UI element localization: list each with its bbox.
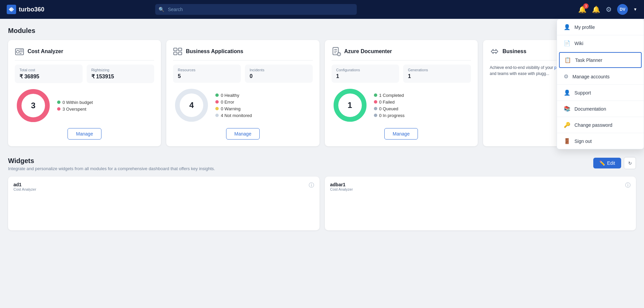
chevron-down-icon[interactable]: ▼: [633, 7, 637, 12]
svg-point-19: [339, 54, 339, 55]
widget-adbar1-subtitle: Cost Analyzer: [330, 187, 353, 191]
header-actions: 🔔 3 🔔 ⚙ DV ▼: [578, 4, 637, 15]
widget-ad1-info-icon[interactable]: ⓘ: [309, 182, 314, 189]
completed-dot: [374, 93, 377, 97]
widget-adbar1-card: adbar1 Cost Analyzer ⓘ: [325, 177, 636, 230]
refresh-icon: ↻: [628, 161, 632, 166]
widget-adbar1-header: adbar1 Cost Analyzer ⓘ: [330, 182, 631, 191]
business-applications-legend: 0 Healthy 0 Error 0 Warning 4 Not monito…: [215, 93, 252, 118]
within-budget-dot: [57, 101, 60, 104]
total-cost-stat: Total cost ₹ 36895: [15, 65, 83, 83]
legend-completed: 1 Completed: [374, 93, 405, 98]
generations-stat: Generations 1: [403, 65, 471, 83]
azure-documenter-chart-row: 1 1 Completed 0 Failed 0 Queued: [332, 87, 471, 124]
settings-button[interactable]: ⚙: [606, 5, 612, 13]
not-monitored-label: 4 Not monitored: [221, 113, 252, 118]
profile-icon: 👤: [564, 24, 570, 30]
business-applications-card: Business Applications Resources 5 Incide…: [166, 40, 319, 146]
logo[interactable]: turbo360: [7, 5, 44, 14]
dropdown-item-task-planner[interactable]: 📋 Task Planner: [559, 52, 642, 68]
main-content: Modules Cost Analyzer Total cost ₹ 36895: [0, 19, 644, 238]
resources-stat: Resources 5: [173, 65, 241, 83]
user-dropdown-menu: 👤 My profile 📄 Wiki 📋 Task Planner ⚙ Man…: [557, 19, 644, 149]
alerts-button[interactable]: 🔔: [592, 5, 600, 13]
azure-documenter-legend: 1 Completed 0 Failed 0 Queued 0 In progr…: [374, 93, 405, 118]
legend-in-progress: 0 In progress: [374, 113, 405, 118]
overspent-dot: [57, 107, 60, 111]
total-cost-value: ₹ 36895: [19, 73, 78, 80]
business-applications-manage-button[interactable]: Manage: [226, 128, 260, 140]
widget-adbar1-title: adbar1: [330, 182, 353, 187]
wiki-icon: 📄: [564, 40, 570, 46]
business-applications-header: Business Applications: [173, 47, 312, 61]
widgets-left: Widgets Integrate and personalize widget…: [8, 157, 215, 171]
healthy-dot: [215, 93, 219, 97]
azure-documenter-stats: Configurations 1 Generations 1: [332, 65, 471, 83]
widgets-edit-button[interactable]: ✏️ Edit: [593, 158, 621, 168]
rightsizing-stat: Rightsizing ₹ 153915: [87, 65, 155, 83]
alert-icon: 🔔: [592, 5, 600, 13]
dropdown-item-support[interactable]: 👤 Support: [557, 85, 644, 101]
my-profile-label: My profile: [574, 25, 595, 30]
within-budget-label: 0 Within budget: [62, 100, 93, 105]
azure-documenter-icon: [332, 47, 341, 56]
manage-accounts-icon: ⚙: [564, 73, 568, 80]
widget-ad1-title-area: ad1 Cost Analyzer: [13, 182, 36, 191]
widgets-description: Integrate and personalize widgets from a…: [8, 166, 215, 171]
widget-adbar1-info-icon[interactable]: ⓘ: [625, 182, 631, 189]
widgets-grid: ad1 Cost Analyzer ⓘ adbar1 Cost Analyzer…: [8, 177, 636, 230]
modules-section-title: Modules: [8, 27, 636, 35]
widgets-refresh-button[interactable]: ↻: [624, 157, 636, 169]
widgets-actions: ✏️ Edit ↻: [593, 157, 636, 169]
svg-rect-8: [174, 48, 177, 51]
queued-dot: [374, 107, 377, 110]
generations-label: Generations: [408, 68, 466, 72]
business-process-title: Business: [503, 48, 526, 54]
legend-within-budget: 0 Within budget: [57, 100, 93, 105]
svg-rect-11: [178, 52, 182, 55]
notifications-button[interactable]: 🔔 3: [578, 5, 587, 13]
dropdown-item-manage-accounts[interactable]: ⚙ Manage accounts: [557, 69, 644, 85]
app-header: turbo360 🔍 🔔 3 🔔 ⚙ DV ▼: [0, 0, 644, 19]
widget-ad1-header: ad1 Cost Analyzer ⓘ: [13, 182, 314, 191]
cost-analyzer-donut: 3: [15, 87, 52, 124]
task-planner-label: Task Planner: [575, 57, 602, 63]
dropdown-item-sign-out[interactable]: 🚪 Sign out: [557, 133, 644, 149]
business-applications-icon: [173, 47, 182, 56]
error-label: 0 Error: [221, 100, 234, 105]
task-planner-icon: 📋: [564, 57, 571, 63]
edit-icon: ✏️: [599, 160, 605, 166]
dropdown-item-my-profile[interactable]: 👤 My profile: [557, 19, 644, 35]
configurations-stat: Configurations 1: [332, 65, 399, 83]
cost-analyzer-donut-number: 3: [31, 101, 35, 110]
generations-value: 1: [408, 73, 466, 79]
warning-dot: [215, 107, 219, 110]
documentation-icon: 📚: [564, 106, 570, 112]
dropdown-item-documentation[interactable]: 📚 Documentation: [557, 101, 644, 117]
svg-rect-10: [174, 52, 177, 55]
legend-error: 0 Error: [215, 100, 252, 105]
dropdown-item-change-password[interactable]: 🔑 Change password: [557, 117, 644, 133]
resources-label: Resources: [178, 68, 236, 72]
svg-point-2: [16, 50, 19, 53]
support-label: Support: [574, 90, 591, 95]
overspent-label: 3 Overspent: [62, 107, 86, 112]
legend-failed: 0 Failed: [374, 100, 405, 105]
azure-documenter-manage-button[interactable]: Manage: [384, 128, 418, 140]
gear-icon: ⚙: [606, 5, 612, 13]
dropdown-item-wiki[interactable]: 📄 Wiki: [557, 35, 644, 51]
widgets-section-title: Widgets: [8, 157, 215, 165]
cost-analyzer-manage-button[interactable]: Manage: [68, 128, 101, 140]
business-applications-donut-number: 4: [189, 101, 194, 110]
in-progress-label: 0 In progress: [379, 113, 405, 118]
change-password-icon: 🔑: [564, 122, 570, 128]
azure-documenter-title: Azure Documenter: [344, 48, 392, 54]
widget-adbar1-title-area: adbar1 Cost Analyzer: [330, 182, 353, 191]
legend-not-monitored: 4 Not monitored: [215, 113, 252, 118]
user-avatar[interactable]: DV: [617, 4, 628, 15]
sign-out-icon: 🚪: [564, 138, 570, 144]
healthy-label: 0 Healthy: [221, 93, 239, 98]
error-dot: [215, 100, 219, 104]
notification-badge: 3: [583, 3, 589, 9]
search-input[interactable]: [155, 4, 357, 15]
